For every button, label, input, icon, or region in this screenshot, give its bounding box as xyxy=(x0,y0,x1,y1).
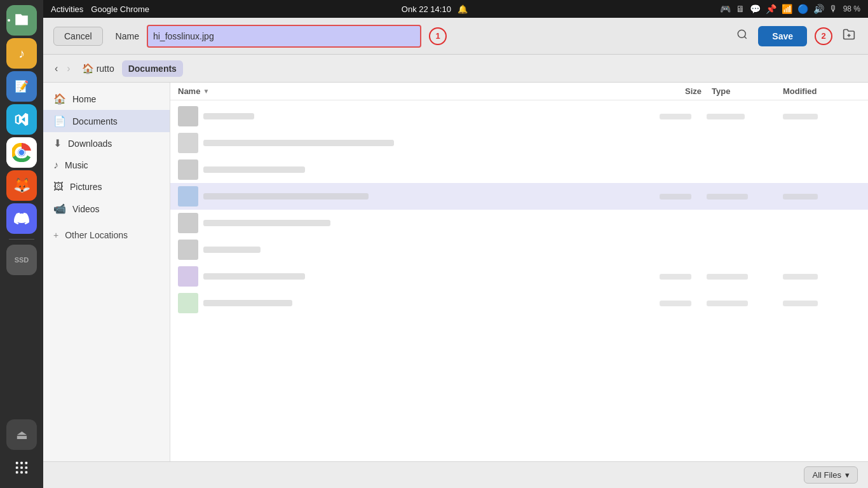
file-size-cell xyxy=(634,112,691,121)
blurred-type xyxy=(707,274,748,280)
table-row[interactable] xyxy=(170,263,868,290)
file-thumb xyxy=(178,266,198,287)
table-row[interactable] xyxy=(170,290,868,316)
new-folder-button[interactable] xyxy=(840,25,858,46)
table-row[interactable] xyxy=(170,103,868,130)
sidebar-item-downloads[interactable]: ⬇ Downloads xyxy=(43,132,170,154)
breadcrumb-current[interactable]: Documents xyxy=(122,60,183,77)
col-size-header[interactable]: Size xyxy=(644,86,702,96)
blurred-name xyxy=(203,166,305,173)
nav-back-button[interactable]: ‹ xyxy=(51,60,62,77)
grid-icon[interactable] xyxy=(6,452,37,483)
filename-input[interactable] xyxy=(148,31,420,41)
col-type-header[interactable]: Type xyxy=(702,86,778,96)
topbar-screen-icon: 🖥 xyxy=(736,4,745,14)
filename-input-wrap xyxy=(147,25,421,48)
dialog-footer: All Files ▾ xyxy=(43,461,868,488)
all-files-button[interactable]: All Files ▾ xyxy=(804,466,858,484)
music-sidebar-icon: ♪ xyxy=(53,159,58,171)
all-files-chevron-icon: ▾ xyxy=(845,470,850,480)
sidebar-item-home[interactable]: 🏠 Home xyxy=(43,88,170,110)
discord-icon[interactable] xyxy=(6,203,37,234)
sidebar-item-videos[interactable]: 📹 Videos xyxy=(43,198,170,220)
blurred-size xyxy=(660,274,691,280)
svg-rect-11 xyxy=(25,471,28,474)
videos-sidebar-icon: 📹 xyxy=(53,203,66,215)
activities-label[interactable]: Activities xyxy=(51,4,83,14)
svg-rect-5 xyxy=(25,462,28,464)
table-row[interactable] xyxy=(170,236,868,263)
dialog-header: Cancel Name 1 Save 2 xyxy=(43,18,868,55)
file-name-cell xyxy=(203,139,629,148)
topbar-chat-icon: 💬 xyxy=(750,4,761,14)
blurred-modified xyxy=(783,274,818,280)
cancel-button[interactable]: Cancel xyxy=(53,27,103,46)
table-row[interactable] xyxy=(170,210,868,236)
topbar-bluetooth-icon: 🔵 xyxy=(797,4,808,14)
svg-rect-8 xyxy=(25,466,28,469)
sidebar-home-label: Home xyxy=(72,94,96,104)
writer-icon[interactable]: 📝 xyxy=(6,71,37,102)
search-button[interactable] xyxy=(734,26,750,46)
taskbar-divider xyxy=(9,239,34,240)
file-name-cell xyxy=(203,299,629,308)
breadcrumb-home-label: rutto xyxy=(97,64,114,74)
breadcrumb-home[interactable]: 🏠 rutto xyxy=(76,60,121,78)
file-name-cell xyxy=(203,245,629,255)
file-modified-cell xyxy=(778,112,860,121)
blurred-type xyxy=(707,194,748,200)
svg-rect-10 xyxy=(20,471,23,474)
file-size-cell xyxy=(634,299,691,308)
file-name-cell xyxy=(203,165,629,175)
table-row[interactable] xyxy=(170,130,868,156)
annotation-2: 2 xyxy=(815,27,832,45)
save-button[interactable]: Save xyxy=(758,26,807,46)
nav-forward-button[interactable]: › xyxy=(63,60,74,77)
file-name-cell xyxy=(203,192,629,201)
file-size-cell xyxy=(634,272,691,281)
sidebar-item-other-locations[interactable]: + Other Locations xyxy=(43,225,170,245)
topbar-bell-icon: 🔔 xyxy=(458,4,468,14)
file-list-header: Name ▼ Size Type Modified xyxy=(170,83,868,100)
vscode-icon[interactable] xyxy=(6,104,37,135)
blurred-type xyxy=(707,301,748,306)
rhythmbox-icon[interactable]: ♪ xyxy=(6,38,37,69)
file-type-cell xyxy=(696,192,773,201)
taskbar-files[interactable] xyxy=(6,5,37,36)
firefox-icon[interactable]: 🦊 xyxy=(6,170,37,201)
file-thumb xyxy=(178,293,198,313)
topbar-time: Onk 22 14:10 xyxy=(402,4,451,14)
sort-arrow-icon: ▼ xyxy=(203,88,209,95)
file-thumb xyxy=(178,186,198,207)
drawer-icon[interactable]: ⏏ xyxy=(6,419,37,450)
chrome-icon[interactable] xyxy=(6,137,37,168)
blurred-name xyxy=(203,193,369,200)
downloads-sidebar-icon: ⬇ xyxy=(53,137,62,149)
file-name-cell xyxy=(203,112,629,121)
sidebar-item-pictures[interactable]: 🖼 Pictures xyxy=(43,176,170,198)
files-icon[interactable] xyxy=(6,5,37,36)
col-name-header[interactable]: Name ▼ xyxy=(178,86,644,96)
blurred-modified xyxy=(783,194,818,200)
file-type-cell xyxy=(696,272,773,281)
svg-line-13 xyxy=(745,36,747,38)
col-modified-header[interactable]: Modified xyxy=(778,86,860,96)
table-row[interactable] xyxy=(170,183,868,210)
blurred-name xyxy=(203,220,330,226)
sidebar-videos-label: Videos xyxy=(72,204,100,214)
sidebar-item-music[interactable]: ♪ Music xyxy=(43,154,170,176)
sidebar-pictures-label: Pictures xyxy=(70,182,102,192)
svg-rect-6 xyxy=(16,466,18,469)
file-thumb xyxy=(178,106,198,126)
app-name-label: Google Chrome xyxy=(91,4,149,14)
ssd-icon[interactable]: SSD xyxy=(6,245,37,275)
blurred-size xyxy=(660,114,691,119)
svg-point-12 xyxy=(738,30,746,37)
blurred-name xyxy=(203,140,394,146)
file-name-cell xyxy=(203,272,629,281)
svg-rect-3 xyxy=(16,462,18,464)
home-sidebar-icon: 🏠 xyxy=(53,93,66,105)
file-modified-cell xyxy=(778,299,860,308)
sidebar-item-documents[interactable]: 📄 Documents xyxy=(43,110,170,132)
table-row[interactable] xyxy=(170,156,868,183)
